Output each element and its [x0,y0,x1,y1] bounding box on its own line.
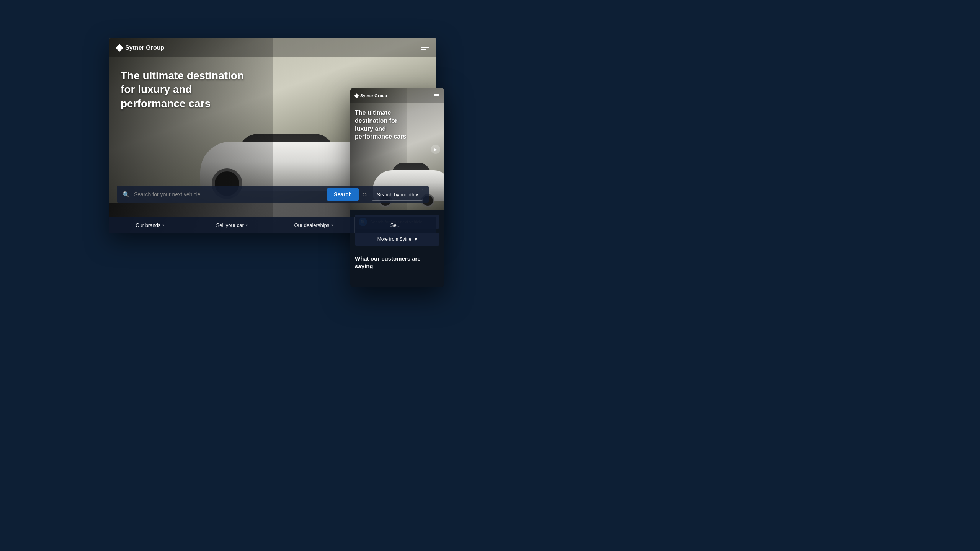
mobile-menu-line-3 [434,97,438,98]
chevron-down-icon-3: ▾ [331,223,333,227]
chevron-down-icon-2: ▾ [246,223,248,227]
mobile-hero-title: The ultimate destination for luxury and … [355,109,412,141]
chevron-down-icon: ▾ [162,223,164,227]
mobile-menu-line-2 [434,95,439,96]
menu-line-2 [421,47,429,48]
mobile-more-from-sytner-button[interactable]: More from Sytner ▾ [355,233,439,246]
mobile-logo-diamond-icon [354,93,359,98]
hero-title: The ultimate destination for luxury and … [121,69,255,111]
mobile-logo[interactable]: Sytner Group [355,93,387,98]
nav-link-our-brands[interactable]: Our brands ▾ [109,217,191,233]
main-navbar: Sytner Group [109,38,436,57]
nav-link-our-brands-label: Our brands [136,222,160,228]
logo-diamond-icon [116,44,123,52]
mobile-more-chevron-icon: ▾ [415,236,417,242]
search-bar-container: 🔍 Search for your next vehicle Search Or… [109,186,436,203]
search-button[interactable]: Search [327,188,359,201]
nav-link-more-label: Se... [390,222,401,228]
mobile-navbar: Sytner Group [350,88,444,103]
search-bar-inner: 🔍 Search for your next vehicle Search Or… [117,186,429,203]
nav-links-bar: Our brands ▾ Sell your car ▾ Our dealers… [109,217,436,233]
menu-line-1 [421,46,429,46]
mobile-hero-content: The ultimate destination for luxury and … [355,109,412,141]
mobile-customers-title: What our customers are saying [355,255,439,270]
mobile-play-button[interactable]: ▶ [431,145,440,154]
nav-link-our-dealerships-label: Our dealerships [294,222,329,228]
mobile-bottom-section: What our customers are saying [350,250,444,274]
mobile-menu-line-1 [434,94,439,95]
search-input-placeholder[interactable]: Search for your next vehicle [134,191,323,197]
mobile-more-button-label: More from Sytner [377,236,413,242]
nav-link-more[interactable]: Se... [354,217,436,233]
search-icon: 🔍 [122,191,130,198]
nav-link-sell-your-car[interactable]: Sell your car ▾ [191,217,273,233]
mobile-menu-button[interactable] [434,94,439,98]
logo-text: Sytner Group [125,44,164,51]
search-by-monthly-button[interactable]: Search by monthly [372,189,423,201]
search-or-text: Or [363,192,368,197]
menu-line-3 [421,49,426,50]
menu-button[interactable] [421,46,429,50]
hero-content: The ultimate destination for luxury and … [121,69,255,111]
nav-link-our-dealerships[interactable]: Our dealerships ▾ [273,217,355,233]
logo[interactable]: Sytner Group [117,44,164,51]
mobile-logo-text: Sytner Group [360,93,387,98]
hero-overlay [109,38,273,233]
nav-link-sell-your-car-label: Sell your car [216,222,244,228]
